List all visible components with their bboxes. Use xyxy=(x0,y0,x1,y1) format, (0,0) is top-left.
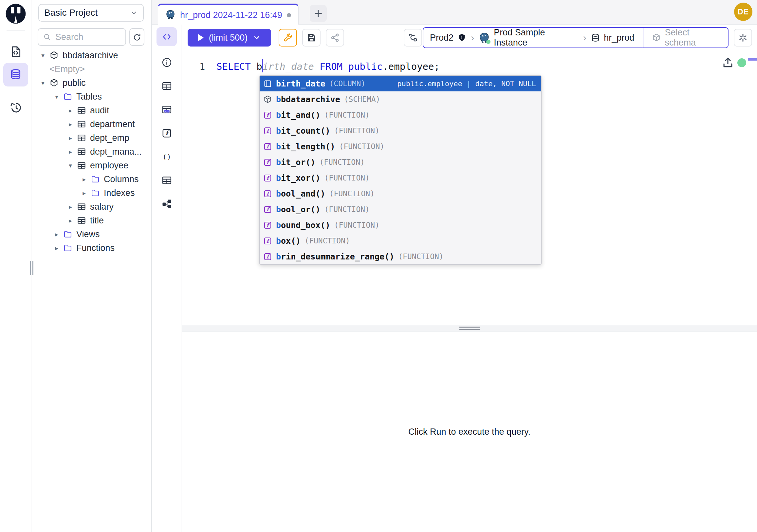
upload-icon[interactable] xyxy=(722,56,734,69)
refresh-button[interactable] xyxy=(129,28,144,46)
suggestion-bool_or[interactable]: fbool_or()(FUNCTION) xyxy=(260,202,541,217)
caret-right-icon: ▸ xyxy=(67,121,74,128)
svg-text:f: f xyxy=(266,191,270,197)
tree-item-indexes[interactable]: ▸Indexes xyxy=(32,186,151,200)
tree-item-salary[interactable]: ▸salary xyxy=(32,200,151,214)
editor-strip-sequences[interactable] xyxy=(157,171,177,190)
paren-icon: () xyxy=(162,151,172,162)
editor-strip-procedures[interactable]: () xyxy=(157,147,177,166)
suggestion-bit_xor[interactable]: fbit_xor()(FUNCTION) xyxy=(260,170,541,186)
editor-strip-sql-editor[interactable] xyxy=(157,27,177,46)
new-tab-button[interactable] xyxy=(310,5,327,22)
share-button[interactable] xyxy=(326,29,344,47)
tree-item-functions[interactable]: ▸Functions xyxy=(32,241,151,255)
suggestion-bit_length[interactable]: fbit_length()(FUNCTION) xyxy=(260,139,541,154)
tree-item-dept-emp[interactable]: ▸dept_emp xyxy=(32,131,151,145)
suggestion-brin_desummarize_range[interactable]: fbrin_desummarize_range()(FUNCTION) xyxy=(260,249,541,265)
editor-strip-tables[interactable] xyxy=(157,76,177,95)
database-icon xyxy=(10,69,22,81)
table-icon xyxy=(162,175,172,186)
plus-icon xyxy=(313,8,323,19)
format-button[interactable] xyxy=(404,29,422,47)
tree-item-public[interactable]: ▾public xyxy=(32,76,151,90)
editor-status-dot xyxy=(737,58,746,67)
connection-status-dot xyxy=(486,40,491,44)
run-button[interactable]: (limit 500) xyxy=(188,29,271,47)
wrench-button[interactable] xyxy=(279,29,297,47)
tree-item-views[interactable]: ▸Views xyxy=(32,227,151,241)
editor-strip-functions[interactable]: f xyxy=(157,123,177,142)
suggestion-kind: (FUNCTION) xyxy=(334,221,379,229)
tree-item-audit[interactable]: ▸audit xyxy=(32,104,151,117)
folder-icon xyxy=(63,92,72,101)
table-icon xyxy=(162,80,172,91)
token-keyword: FROM xyxy=(319,61,343,72)
tree-item-employee[interactable]: ▾employee xyxy=(32,159,151,172)
results-placeholder: Click Run to execute the query. xyxy=(408,427,530,437)
tree-item-tables[interactable]: ▾Tables xyxy=(32,90,151,104)
editor-strip-external-tables[interactable] xyxy=(157,100,177,119)
rail-item-history[interactable] xyxy=(3,96,28,119)
line-number: 1 xyxy=(182,61,205,72)
svg-text:(): () xyxy=(163,153,171,161)
function-icon: f xyxy=(263,173,272,182)
schema-tree: ▾bbdataarchive<Empty>▾public▾Tables▸audi… xyxy=(32,48,151,255)
panel-resize-divider[interactable] xyxy=(182,325,757,331)
user-avatar[interactable]: DE xyxy=(734,3,752,21)
function-icon: f xyxy=(263,252,272,261)
token-plain xyxy=(343,61,348,72)
file-code-icon xyxy=(10,46,22,58)
tab-title: hr_prod 2024-11-22 16:49 xyxy=(180,10,282,20)
project-selector[interactable]: Basic Project xyxy=(38,4,144,22)
tab-hr-prod[interactable]: hr_prod 2024-11-22 16:49 xyxy=(158,4,299,25)
suggestion-bbdataarchive[interactable]: bbdataarchive(SCHEMA) xyxy=(260,91,541,107)
rail-item-worksheets[interactable] xyxy=(3,40,28,64)
tree-item--empty-[interactable]: <Empty> xyxy=(32,62,151,76)
suggestion-bit_or[interactable]: fbit_or()(FUNCTION) xyxy=(260,154,541,170)
suggestion-kind: (FUNCTION) xyxy=(329,189,375,198)
database-label: hr_prod xyxy=(604,33,634,43)
suggestion-bit_count[interactable]: fbit_count()(FUNCTION) xyxy=(260,123,541,139)
tree-item-columns[interactable]: ▸Columns xyxy=(32,172,151,186)
suggestion-kind: (FUNCTION) xyxy=(324,111,369,119)
save-button[interactable] xyxy=(302,29,320,47)
tree-item-label: dept_emp xyxy=(90,133,129,143)
function-icon: f xyxy=(162,128,172,139)
schema-cube-icon xyxy=(652,33,661,42)
table-icon xyxy=(77,106,86,115)
suggestion-bool_and[interactable]: fbool_and()(FUNCTION) xyxy=(260,186,541,202)
caret-right-icon: ▸ xyxy=(67,148,74,156)
suggestion-birth_date[interactable]: birth_date(COLUMN)public.employee | date… xyxy=(260,76,541,91)
folder-icon xyxy=(63,230,72,239)
editor-strip-info[interactable] xyxy=(157,53,177,72)
suggestion-kind: (FUNCTION) xyxy=(319,158,364,167)
openai-icon xyxy=(738,33,748,43)
tree-item-dept-mana-[interactable]: ▸dept_mana... xyxy=(32,145,151,159)
tree-item-label: Columns xyxy=(104,174,139,184)
tree-item-title[interactable]: ▸title xyxy=(32,214,151,227)
tree-item-label: Tables xyxy=(76,92,102,102)
search-input[interactable]: Search xyxy=(38,28,126,46)
caret-right-icon: ▸ xyxy=(67,203,74,211)
wrench-icon xyxy=(283,33,293,43)
suggestion-kind: (FUNCTION) xyxy=(324,205,369,214)
table-icon xyxy=(77,202,86,211)
tree-item-department[interactable]: ▸department xyxy=(32,117,151,131)
sidebar-resize-handle[interactable] xyxy=(30,261,34,275)
info-icon xyxy=(162,57,172,68)
tree-item-bbdataarchive[interactable]: ▾bbdataarchive xyxy=(32,48,151,62)
suggestion-bound_box[interactable]: fbound_box()(FUNCTION) xyxy=(260,217,541,233)
table-icon xyxy=(77,133,86,142)
cube-icon xyxy=(49,78,59,87)
suggestion-kind: (FUNCTION) xyxy=(339,142,384,151)
chevron-down-icon xyxy=(130,9,138,17)
rail-item-databases[interactable] xyxy=(3,63,28,86)
editor-line: 1 SELECT birth_date FROM public.employee… xyxy=(182,59,757,74)
bytebase-logo-icon[interactable] xyxy=(5,3,26,24)
suggestion-box[interactable]: fbox()(FUNCTION) xyxy=(260,233,541,249)
editor-strip-schema-diagram[interactable] xyxy=(157,194,177,213)
suggestion-bit_and[interactable]: fbit_and()(FUNCTION) xyxy=(260,107,541,123)
function-icon: f xyxy=(263,236,272,245)
ai-assistant-button[interactable] xyxy=(734,29,752,47)
connection-breadcrumb[interactable]: Prod2 › Prod Sample Instance › hr_prod S… xyxy=(423,27,729,48)
